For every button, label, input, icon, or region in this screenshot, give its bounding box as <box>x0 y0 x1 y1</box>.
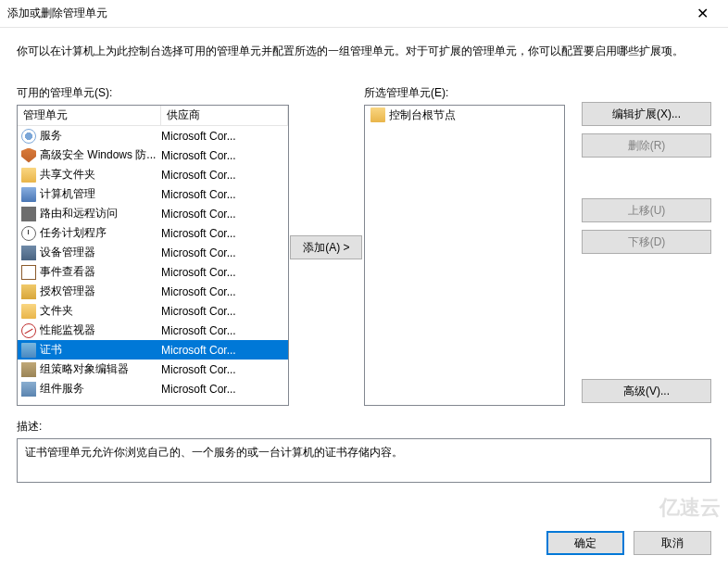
move-down-button[interactable]: 下移(D) <box>582 230 711 254</box>
item-vendor: Microsoft Cor... <box>161 305 286 318</box>
ok-button[interactable]: 确定 <box>546 531 624 555</box>
shield-icon <box>21 148 36 163</box>
list-item[interactable]: 设备管理器Microsoft Cor... <box>18 243 288 262</box>
list-item[interactable]: 性能监视器Microsoft Cor... <box>18 321 288 340</box>
tree-root[interactable]: 控制台根节点 <box>365 106 564 124</box>
close-icon: ✕ <box>697 5 709 22</box>
list-item[interactable]: 组件服务Microsoft Cor... <box>18 379 288 398</box>
instruction-text: 你可以在计算机上为此控制台选择可用的管理单元并配置所选的一组管理单元。对于可扩展… <box>17 43 711 59</box>
perf-icon <box>21 323 36 338</box>
item-name: 共享文件夹 <box>40 167 161 183</box>
item-name: 设备管理器 <box>40 245 161 260</box>
available-label: 可用的管理单元(S): <box>17 85 289 101</box>
selected-listbox[interactable]: 控制台根节点 <box>364 105 565 406</box>
close-button[interactable]: ✕ <box>684 0 721 28</box>
item-name: 路由和远程访问 <box>40 206 161 221</box>
item-vendor: Microsoft Cor... <box>161 266 286 279</box>
gear-icon <box>21 129 36 144</box>
item-name: 组策略对象编辑器 <box>40 361 161 377</box>
edit-extensions-button[interactable]: 编辑扩展(X)... <box>582 102 711 126</box>
list-item[interactable]: 证书Microsoft Cor... <box>18 340 288 360</box>
list-item[interactable]: 事件查看器Microsoft Cor... <box>18 262 288 282</box>
gpo-icon <box>21 362 36 377</box>
cert-icon <box>21 343 36 358</box>
item-vendor: Microsoft Cor... <box>161 363 286 376</box>
item-name: 文件夹 <box>40 303 161 319</box>
col-header-vendor[interactable]: 供应商 <box>161 106 288 125</box>
item-name: 计算机管理 <box>40 186 161 202</box>
device-icon <box>21 246 36 260</box>
list-header: 管理单元 供应商 <box>18 106 288 126</box>
watermark: 亿速云 <box>659 494 721 522</box>
list-item[interactable]: 高级安全 Windows 防...Microsoft Cor... <box>18 145 288 165</box>
item-name: 性能监视器 <box>40 322 161 338</box>
item-vendor: Microsoft Cor... <box>161 285 286 298</box>
item-name: 组件服务 <box>40 381 161 397</box>
item-name: 服务 <box>40 128 161 144</box>
remove-button[interactable]: 删除(R) <box>582 133 711 158</box>
col-header-name[interactable]: 管理单元 <box>18 106 161 125</box>
list-item[interactable]: 文件夹Microsoft Cor... <box>18 301 288 321</box>
description-label: 描述: <box>17 419 711 435</box>
window-title: 添加或删除管理单元 <box>7 6 684 21</box>
add-button[interactable]: 添加(A) > <box>290 235 362 259</box>
console-root-icon <box>370 107 385 122</box>
list-item[interactable]: 组策略对象编辑器Microsoft Cor... <box>18 360 288 379</box>
cancel-button[interactable]: 取消 <box>634 531 711 555</box>
clock-icon <box>21 226 36 241</box>
event-icon <box>21 265 36 280</box>
item-name: 授权管理器 <box>40 284 161 299</box>
list-item[interactable]: 计算机管理Microsoft Cor... <box>18 184 288 204</box>
folder-icon <box>21 168 36 183</box>
item-vendor: Microsoft Cor... <box>161 383 286 396</box>
item-vendor: Microsoft Cor... <box>161 208 286 221</box>
folder2-icon <box>21 304 36 319</box>
selected-label: 所选管理单元(E): <box>364 85 565 101</box>
advanced-button[interactable]: 高级(V)... <box>582 379 711 403</box>
item-vendor: Microsoft Cor... <box>161 246 286 259</box>
list-item[interactable]: 任务计划程序Microsoft Cor... <box>18 223 288 243</box>
item-name: 高级安全 Windows 防... <box>40 147 161 163</box>
computer-icon <box>21 187 36 202</box>
route-icon <box>21 207 36 221</box>
move-up-button[interactable]: 上移(U) <box>582 198 711 222</box>
item-name: 证书 <box>40 342 161 358</box>
list-item[interactable]: 服务Microsoft Cor... <box>18 126 288 145</box>
list-item[interactable]: 路由和远程访问Microsoft Cor... <box>18 204 288 223</box>
item-vendor: Microsoft Cor... <box>161 169 286 182</box>
titlebar: 添加或删除管理单元 ✕ <box>0 0 728 28</box>
item-vendor: Microsoft Cor... <box>161 324 286 337</box>
item-name: 任务计划程序 <box>40 225 161 241</box>
item-vendor: Microsoft Cor... <box>161 227 286 240</box>
compsvc-icon <box>21 382 36 397</box>
item-name: 事件查看器 <box>40 264 161 280</box>
auth-icon <box>21 284 36 299</box>
item-vendor: Microsoft Cor... <box>161 344 286 357</box>
item-vendor: Microsoft Cor... <box>161 130 286 143</box>
available-listbox[interactable]: 管理单元 供应商 服务Microsoft Cor...高级安全 Windows … <box>17 105 289 406</box>
description-box: 证书管理单元允许你浏览自己的、一个服务的或一台计算机的证书存储内容。 <box>17 438 711 483</box>
list-item[interactable]: 授权管理器Microsoft Cor... <box>18 282 288 301</box>
item-vendor: Microsoft Cor... <box>161 188 286 201</box>
list-item[interactable]: 共享文件夹Microsoft Cor... <box>18 165 288 184</box>
item-vendor: Microsoft Cor... <box>161 149 286 162</box>
tree-root-label: 控制台根节点 <box>389 107 456 123</box>
